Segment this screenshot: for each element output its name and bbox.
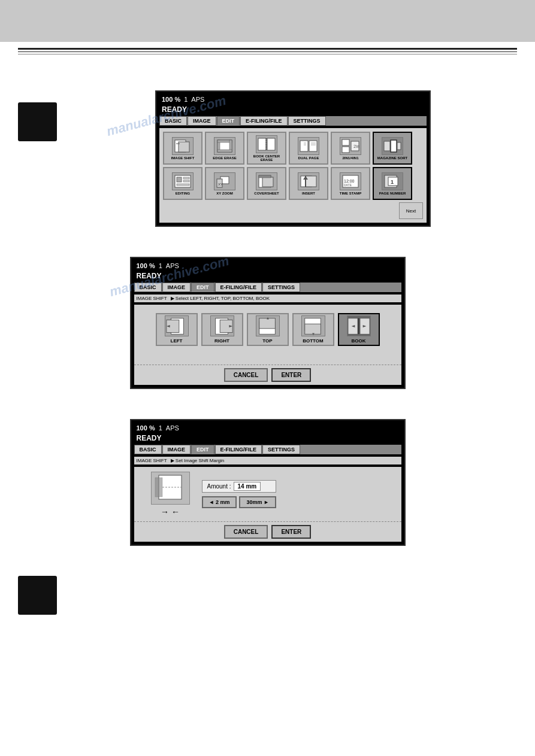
icon-page-number[interactable]: 1 PAGE NUMBER [373, 167, 412, 200]
svg-rect-28 [177, 184, 189, 186]
tab2-basic[interactable]: BASIC [134, 283, 162, 292]
icon-time-stamp-label: TIME STAMP [340, 192, 362, 195]
tab2-settings[interactable]: SETTINGS [262, 283, 300, 292]
tab3-efiling[interactable]: E-FILING/FILE [215, 445, 262, 454]
screen3-section: 100 % 1 APS READY BASIC IMAGE EDIT E-FIL… [0, 419, 535, 546]
shift-book[interactable]: BOOK [338, 313, 380, 346]
icon-magazine-sort[interactable]: MAGAZINE SORT [373, 132, 412, 165]
screen1-aps: APS [191, 96, 204, 103]
svg-rect-63 [155, 478, 162, 497]
xy-zoom-icon: XY [214, 172, 235, 190]
screen2-subtitle-arrow: ▶ Select LEFT, RIGHT, TOP, BOTTOM, BOOK [171, 296, 270, 301]
svg-rect-7 [217, 150, 232, 152]
divider-section [0, 48, 535, 54]
tab2-edit[interactable]: EDIT [191, 283, 214, 292]
screen2-ready: READY [134, 272, 401, 280]
screen2: 100 % 1 APS READY BASIC IMAGE EDIT E-FIL… [130, 257, 406, 389]
screen3: 100 % 1 APS READY BASIC IMAGE EDIT E-FIL… [130, 419, 406, 546]
icon-editing-label: EDITING [176, 192, 190, 195]
bottom-square-section [0, 576, 535, 615]
tab1-edit[interactable]: EDIT [217, 116, 240, 126]
tab3-edit[interactable]: EDIT [191, 445, 214, 454]
screen3-cancel-button[interactable]: CANCEL [224, 525, 268, 539]
svg-rect-27 [183, 180, 189, 182]
screen3-content: → ← Amount : 14 mm ◄ 2 mm 30mm ► [134, 467, 401, 521]
icon-edge-erase[interactable]: EDGE ERASE [205, 132, 244, 165]
tab3-settings[interactable]: SETTINGS [262, 445, 300, 454]
screen1-section: manualarchive.com 100 % 1 APS READY BASI… [0, 90, 535, 227]
icon-edge-erase-label: EDGE ERASE [213, 156, 236, 160]
book-center-erase-icon [256, 135, 277, 153]
screen3-bottom-buttons: CANCEL ENTER [134, 521, 401, 542]
shift-bottom-label: BOTTOM [303, 338, 324, 344]
svg-text:1: 1 [391, 179, 394, 185]
shift-bottom[interactable]: BOTTOM [292, 313, 334, 346]
svg-rect-9 [267, 138, 275, 150]
screen2-subtitle-label: IMAGE SHIFT [137, 296, 167, 301]
icon-xy-zoom[interactable]: XY XY ZOOM [205, 167, 244, 200]
icon-book-center-erase-label: BOOK CENTER ERASE [248, 154, 285, 162]
screen2-cancel-button[interactable]: CANCEL [224, 368, 268, 382]
icon-coversheet-label: COVERSHEET [254, 192, 279, 195]
icon-time-stamp[interactable]: 12:00 DATE TIME STAMP [331, 167, 370, 200]
screen2-percent: 100 % [137, 262, 155, 269]
tab1-efiling[interactable]: E-FILING/FILE [240, 116, 288, 126]
shift-top[interactable]: TOP [247, 313, 289, 346]
amount-display: Amount : 14 mm [202, 480, 276, 493]
screen2-aps: APS [166, 262, 179, 269]
step-minus-button[interactable]: ◄ 2 mm [202, 496, 237, 508]
shift-right[interactable]: RIGHT [201, 313, 243, 346]
screen1-status: 100 % 1 APS [159, 95, 427, 104]
margin-paper-icon [151, 472, 190, 505]
header-bar [0, 0, 535, 42]
svg-text:2in1: 2in1 [353, 144, 359, 149]
insert-icon [298, 172, 319, 190]
margin-controls: Amount : 14 mm ◄ 2 mm 30mm ► [202, 480, 276, 508]
text-area-top [0, 66, 535, 90]
screen2-enter-button[interactable]: ENTER [271, 368, 311, 382]
screen2-tabbar: BASIC IMAGE EDIT E-FILING/FILE SETTINGS [134, 283, 401, 292]
svg-rect-23 [397, 142, 401, 150]
tab3-image[interactable]: IMAGE [162, 445, 191, 454]
icon-editing[interactable]: EDITING [163, 167, 202, 200]
tab1-basic[interactable]: BASIC [159, 116, 187, 126]
shift-left-icon [165, 315, 189, 336]
margin-arrows: → ← [161, 507, 180, 517]
arrow-left-icon: ← [171, 507, 180, 517]
shift-left[interactable]: LEFT [156, 313, 198, 346]
screen2-status: 100 % 1 APS [134, 261, 401, 271]
icon-book-center-erase[interactable]: BOOK CENTER ERASE [247, 132, 286, 165]
shift-top-label: TOP [262, 338, 272, 344]
icon-image-shift-label: IMAGE SHIFT [171, 156, 195, 160]
screen3-subtitle-arrow: ▶ Set Image Shift Margin [171, 458, 225, 463]
tab2-image[interactable]: IMAGE [162, 283, 191, 292]
tab1-image[interactable]: IMAGE [188, 116, 216, 126]
svg-text:12:00: 12:00 [344, 179, 355, 183]
step-plus-button[interactable]: 30mm ► [239, 496, 276, 508]
screen2-content: LEFT RIGHT [134, 305, 401, 365]
divider-thin2 [18, 54, 517, 54]
tab1-settings[interactable]: SETTINGS [288, 116, 326, 126]
icon-coversheet[interactable]: COVERSHEET [247, 167, 286, 200]
screen3-tabbar: BASIC IMAGE EDIT E-FILING/FILE SETTINGS [134, 445, 401, 454]
icon-dual-page[interactable]: DUAL PAGE [289, 132, 328, 165]
magazine-sort-icon [382, 137, 403, 155]
icon-image-shift[interactable]: IMAGE SHIFT [163, 132, 202, 165]
icon-insert[interactable]: INSERT [289, 167, 328, 200]
screen3-subtitle: IMAGE SHIFT ▶ Set Image Shift Margin [134, 457, 401, 464]
screen2-count: 1 [159, 262, 162, 269]
icon-2in1-4in1[interactable]: 2in1 2IN1/4IN1 [331, 132, 370, 165]
next-button[interactable]: Next [399, 202, 423, 219]
screen3-percent: 100 % [137, 424, 155, 432]
divider-thin [18, 51, 517, 52]
tab3-basic[interactable]: BASIC [134, 445, 162, 454]
screen3-enter-button[interactable]: ENTER [271, 525, 311, 539]
svg-rect-11 [300, 141, 308, 151]
amount-label: Amount : [207, 483, 231, 490]
svg-rect-1 [179, 142, 189, 152]
screen2-section: manualarchive.com 100 % 1 APS READY BASI… [0, 257, 535, 389]
tab2-efiling[interactable]: E-FILING/FILE [215, 283, 262, 292]
screen3-aps: APS [166, 424, 179, 432]
shift-icon-group: LEFT RIGHT [138, 308, 398, 351]
amount-value: 14 mm [234, 482, 261, 491]
